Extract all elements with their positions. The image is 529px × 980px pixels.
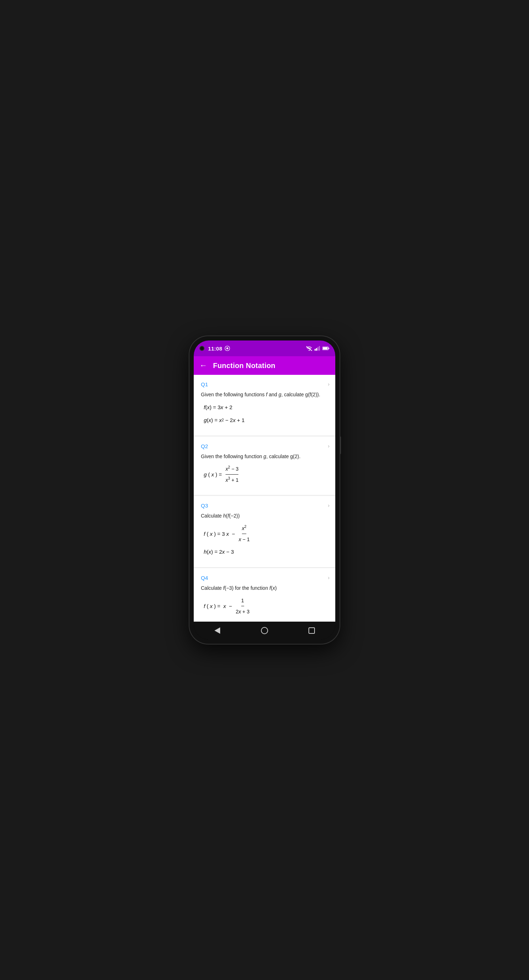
svg-rect-5 [318,347,318,350]
home-nav-button[interactable] [258,624,271,637]
wifi-icon [306,346,312,351]
chevron-icon-q3: › [328,503,330,508]
bottom-nav [194,622,335,640]
volume-button [340,436,341,454]
question-text-q3: Calculate h(f(−2)) [201,512,328,520]
svg-rect-4 [316,348,317,350]
back-button[interactable]: ← [199,361,207,370]
chevron-icon-q2: › [328,443,330,449]
status-bar: 11:08 [194,340,335,356]
formula-q4: f(x) = x − 1 2x + 3 [204,595,328,617]
phone-screen: 11:08 [194,340,335,640]
status-icons [306,346,330,351]
svg-rect-3 [315,349,316,351]
chevron-icon-q1: › [328,381,330,387]
home-nav-icon [261,627,268,634]
content-area[interactable]: Q1 › Given the following functions f and… [194,375,335,622]
page-title: Function Notation [213,361,275,370]
camera-hole [199,346,205,351]
question-card-q4[interactable]: Q4 › Calculate f(−3) for the function f(… [194,568,335,622]
svg-rect-6 [319,346,320,351]
formula-q3-2: h(x) = 2x − 3 [204,547,328,557]
svg-rect-9 [323,347,327,350]
phone-device: 11:08 [189,336,340,644]
formula-q3-1: f(x) = 3x − x2 x − 1 [204,523,328,544]
question-text-q2: Given the following function g, calculat… [201,453,328,460]
question-card-q1[interactable]: Q1 › Given the following functions f and… [194,375,335,436]
svg-point-1 [226,347,228,349]
back-nav-icon [214,627,220,634]
formula-q2: g(x) = x2 − 3 x3 + 1 [204,464,328,485]
formula-q1-1: f(x) = 3x + 2 [204,402,328,413]
formula-q1-2: g(x) = x2 − 2x + 1 [204,415,328,426]
recent-nav-button[interactable] [305,624,318,637]
question-card-q2[interactable]: Q2 › Given the following function g, cal… [194,437,335,495]
svg-rect-8 [329,348,330,349]
question-text-q1: Given the following functions f and g, c… [201,391,328,398]
chevron-icon-q4: › [328,575,330,581]
question-label-q2: Q2 [201,443,328,449]
question-card-q3[interactable]: Q3 › Calculate h(f(−2)) f(x) = 3x − x2 x… [194,496,335,568]
battery-icon [322,346,330,350]
question-label-q3: Q3 [201,503,328,509]
recent-nav-icon [308,627,315,634]
question-text-q4: Calculate f(−3) for the function f(x) [201,584,328,592]
question-label-q1: Q1 [201,381,328,387]
signal-icon [315,346,320,351]
question-label-q4: Q4 [201,575,328,581]
status-time: 11:08 [208,345,222,352]
media-icon [224,345,230,351]
app-header: ← Function Notation [194,356,335,375]
back-nav-button[interactable] [211,624,224,637]
